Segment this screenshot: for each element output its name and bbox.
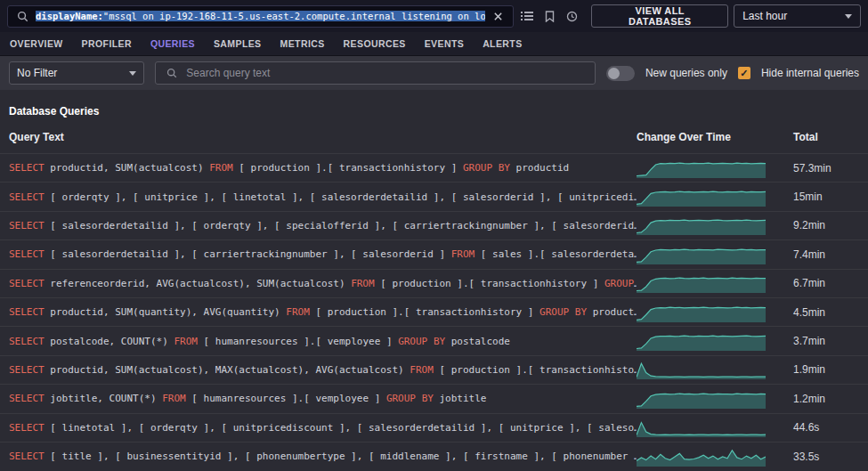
query-text[interactable]: SELECT postalcode, COUNT(*) FROM [ human…: [9, 336, 637, 347]
query-rows: SELECT productid, SUM(actualcost) FROM […: [0, 153, 868, 470]
tab-profiler[interactable]: PROFILER: [82, 38, 132, 49]
table-header: Query Text Change Over Time Total: [0, 121, 868, 153]
hide-internal-checkbox[interactable]: ✓: [738, 67, 750, 79]
hide-internal-label: Hide internal queries: [761, 67, 859, 79]
tab-bar: OVERVIEW PROFILER QUERIES SAMPLES METRIC…: [0, 32, 868, 56]
query-text[interactable]: SELECT [ title ], [ businessentityid ], …: [9, 451, 637, 462]
change-over-time-sparkline: [637, 273, 793, 293]
filter-dropdown-value: No Filter: [17, 67, 57, 79]
query-text[interactable]: SELECT [ orderqty ], [ unitprice ], [ li…: [9, 191, 637, 203]
search-icon: [163, 63, 181, 83]
search-query-value: "mssql on ip-192-168-11-5.us-east-2.comp…: [103, 11, 485, 21]
search-query-text[interactable]: displayName:"mssql on ip-192-168-11-5.us…: [36, 6, 485, 27]
column-change-over-time[interactable]: Change Over Time: [637, 131, 793, 143]
tab-alerts[interactable]: ALERTS: [483, 38, 522, 49]
chevron-down-icon: [845, 14, 852, 19]
change-over-time-sparkline: [637, 331, 793, 351]
total-value: 4.5min: [793, 306, 859, 319]
table-row[interactable]: SELECT referenceorderid, AVG(actualcost)…: [0, 269, 868, 297]
total-value: 57.3min: [793, 162, 859, 175]
query-text[interactable]: SELECT productid, SUM(actualcost), MAX(a…: [9, 364, 637, 376]
close-icon[interactable]: [490, 6, 507, 26]
top-bar: displayName:"mssql on ip-192-168-11-5.us…: [0, 0, 868, 32]
section-title: Database Queries: [0, 90, 868, 121]
total-value: 33.5s: [793, 451, 859, 463]
total-value: 9.2min: [793, 219, 859, 231]
table-row[interactable]: SELECT productid, SUM(actualcost) FROM […: [0, 153, 868, 182]
query-text[interactable]: SELECT [ salesorderdetailid ], [ carrier…: [9, 248, 637, 260]
table-row[interactable]: SELECT productid, SUM(quantity), AVG(qua…: [0, 297, 868, 326]
total-value: 6.7min: [793, 277, 859, 289]
view-all-databases-button[interactable]: VIEW ALL DATABASES: [591, 4, 728, 28]
query-text[interactable]: SELECT [ salesorderdetailid ], [ orderqt…: [9, 220, 637, 231]
search-icon: [13, 6, 31, 26]
total-value: 15min: [793, 191, 859, 203]
tab-overview[interactable]: OVERVIEW: [10, 38, 63, 49]
change-over-time-sparkline: [637, 187, 793, 207]
bookmark-icon[interactable]: [541, 6, 558, 26]
tab-samples[interactable]: SAMPLES: [214, 38, 262, 49]
filter-dropdown[interactable]: No Filter: [9, 61, 144, 85]
change-over-time-sparkline: [637, 418, 793, 437]
total-value: 3.7min: [793, 335, 859, 347]
total-value: 44.6s: [793, 421, 859, 434]
column-total[interactable]: Total: [793, 131, 859, 143]
list-icon[interactable]: [519, 6, 536, 26]
table-row[interactable]: SELECT postalcode, COUNT(*) FROM [ human…: [0, 326, 868, 354]
tab-events[interactable]: EVENTS: [425, 38, 464, 49]
query-text[interactable]: SELECT referenceorderid, AVG(actualcost)…: [9, 278, 637, 289]
toggle-knob: [608, 68, 620, 79]
query-text[interactable]: SELECT productid, SUM(quantity), AVG(qua…: [9, 306, 637, 318]
column-query-text[interactable]: Query Text: [9, 131, 637, 143]
tab-resources[interactable]: RESOURCES: [344, 38, 406, 49]
change-over-time-sparkline: [637, 245, 793, 264]
total-value: 7.4min: [793, 248, 859, 261]
change-over-time-sparkline: [637, 447, 793, 467]
table-row[interactable]: SELECT [ linetotal ], [ orderqty ], [ un…: [0, 413, 868, 442]
search-query-key: displayName:: [36, 11, 103, 21]
query-text[interactable]: SELECT [ linetotal ], [ orderqty ], [ un…: [9, 422, 637, 434]
total-value: 1.9min: [793, 363, 859, 376]
new-queries-label: New queries only: [645, 67, 727, 79]
table-row[interactable]: SELECT [ salesorderdetailid ], [ carrier…: [0, 240, 868, 268]
change-over-time-sparkline: [637, 158, 793, 178]
filter-bar: No Filter New queries only ✓ Hide intern…: [0, 56, 868, 90]
new-queries-toggle[interactable]: [606, 66, 635, 81]
table-row[interactable]: SELECT productid, SUM(actualcost), MAX(a…: [0, 355, 868, 384]
tab-metrics[interactable]: METRICS: [280, 38, 325, 49]
chevron-down-icon: [129, 71, 136, 76]
time-range-select[interactable]: Last hour: [734, 4, 861, 28]
query-search-input[interactable]: [186, 67, 588, 79]
database-search-box[interactable]: displayName:"mssql on ip-192-168-11-5.us…: [7, 5, 514, 28]
query-text-search[interactable]: [155, 61, 596, 85]
query-text[interactable]: SELECT jobtitle, COUNT(*) FROM [ humanre…: [9, 393, 637, 404]
query-text[interactable]: SELECT productid, SUM(actualcost) FROM […: [9, 162, 637, 174]
change-over-time-sparkline: [637, 215, 793, 235]
tab-queries[interactable]: QUERIES: [150, 38, 195, 49]
time-range-value: Last hour: [742, 10, 787, 22]
change-over-time-sparkline: [637, 360, 793, 379]
clock-icon[interactable]: [564, 6, 580, 26]
table-row[interactable]: SELECT [ title ], [ businessentityid ], …: [0, 442, 868, 470]
table-row[interactable]: SELECT [ salesorderdetailid ], [ orderqt…: [0, 211, 868, 240]
change-over-time-sparkline: [637, 303, 793, 322]
table-row[interactable]: SELECT [ orderqty ], [ unitprice ], [ li…: [0, 182, 868, 210]
total-value: 1.2min: [793, 393, 859, 405]
change-over-time-sparkline: [637, 389, 793, 409]
table-row[interactable]: SELECT jobtitle, COUNT(*) FROM [ humanre…: [0, 384, 868, 412]
